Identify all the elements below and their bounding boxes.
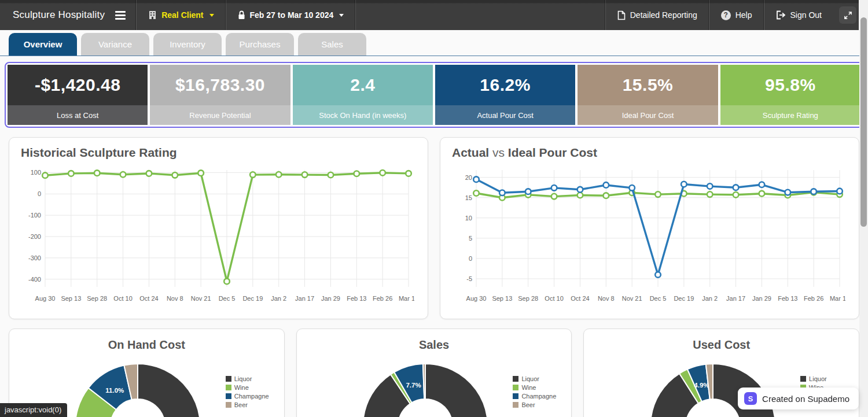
date-range-text: Feb 27 to Mar 10 2024 xyxy=(250,10,334,20)
kpi-label: Stock On Hand (in weeks) xyxy=(293,105,433,125)
chart-legend: LiquorWineChampagneBeer xyxy=(226,375,269,410)
svg-text:Dec 19: Dec 19 xyxy=(242,295,263,302)
kpi-revenue-potential[interactable]: $16,783.30 Revenue Potential xyxy=(150,65,290,125)
kpi-label: Actual Pour Cost xyxy=(435,105,575,125)
navbar-divider xyxy=(355,0,356,30)
legend-label: Wine xyxy=(521,384,536,391)
legend-item-champagne[interactable]: Champagne xyxy=(226,393,269,400)
building-icon xyxy=(148,10,157,20)
scrollbar-track[interactable] xyxy=(859,0,868,417)
kpi-value: 2.4 xyxy=(293,65,433,105)
svg-text:Nov 21: Nov 21 xyxy=(622,295,642,302)
fullscreen-button[interactable] xyxy=(839,6,856,24)
expand-arrows-icon xyxy=(844,11,852,20)
legend-swatch xyxy=(513,385,518,390)
svg-text:0: 0 xyxy=(469,255,472,262)
kpi-value: 95.8% xyxy=(720,65,860,105)
svg-text:Jan 2: Jan 2 xyxy=(271,295,286,302)
svg-text:Sep 13: Sep 13 xyxy=(492,295,512,302)
kpi-value: -$1,420.48 xyxy=(8,65,148,105)
svg-text:-100: -100 xyxy=(28,212,41,219)
date-range-selector[interactable]: Feb 27 to Mar 10 2024 xyxy=(226,0,356,30)
legend-swatch xyxy=(226,402,231,408)
svg-text:Feb 26: Feb 26 xyxy=(804,295,823,302)
svg-text:Mar 10: Mar 10 xyxy=(399,295,414,302)
svg-text:-300: -300 xyxy=(28,254,41,261)
client-selector[interactable]: Real Client xyxy=(137,0,225,30)
help-label: Help xyxy=(735,10,752,20)
svg-text:0: 0 xyxy=(38,190,41,197)
kpi-stock-on-hand[interactable]: 2.4 Stock On Hand (in weeks) xyxy=(293,65,433,125)
svg-text:Jan 17: Jan 17 xyxy=(295,295,314,302)
help-icon: ? xyxy=(721,10,731,20)
app-title: Sculpture Hospitality xyxy=(0,0,113,30)
legend-item-liquor[interactable]: Liquor xyxy=(513,375,556,382)
legend-item-beer[interactable]: Beer xyxy=(513,401,556,408)
kpi-value: 15.5% xyxy=(578,65,718,105)
legend-item-liquor[interactable]: Liquor xyxy=(800,375,844,382)
svg-text:Jan 2: Jan 2 xyxy=(702,295,718,302)
svg-text:Dec 5: Dec 5 xyxy=(219,295,236,302)
sign-out-icon xyxy=(776,10,786,20)
legend-swatch xyxy=(513,393,518,399)
kpi-ideal-pour-cost[interactable]: 15.5% Ideal Pour Cost xyxy=(578,65,718,125)
legend-item-wine[interactable]: Wine xyxy=(513,384,556,391)
tab-purchases[interactable]: Purchases xyxy=(226,33,294,56)
client-name: Real Client xyxy=(161,10,203,20)
kpi-label: Ideal Pour Cost xyxy=(578,105,718,125)
sales-card: Sales 7.7% LiquorWineChampagneBeer xyxy=(296,329,572,417)
svg-text:Aug 30: Aug 30 xyxy=(35,295,56,302)
svg-text:-5: -5 xyxy=(466,275,472,282)
legend-item-wine[interactable]: Wine xyxy=(226,384,269,391)
tab-variance[interactable]: Variance xyxy=(81,33,149,56)
svg-text:Nov 21: Nov 21 xyxy=(191,295,211,302)
legend-item-liquor[interactable]: Liquor xyxy=(226,375,269,382)
svg-text:Feb 13: Feb 13 xyxy=(347,295,366,302)
scrollbar-thumb[interactable] xyxy=(860,17,867,227)
legend-label: Champagne xyxy=(234,393,269,400)
svg-text:10: 10 xyxy=(465,215,472,222)
svg-text:100: 100 xyxy=(31,169,41,176)
svg-text:15: 15 xyxy=(465,194,472,201)
actual-vs-ideal-pour-cost-chart: Aug 30Sep 13Sep 28Oct 10Oct 24Nov 8Nov 2… xyxy=(452,162,845,308)
chevron-down-icon xyxy=(209,14,214,17)
svg-text:Jan 29: Jan 29 xyxy=(321,295,340,302)
kpi-summary-row[interactable]: -$1,420.48 Loss at Cost $16,783.30 Reven… xyxy=(5,62,863,128)
legend-label: Beer xyxy=(521,401,535,408)
legend-item-beer[interactable]: Beer xyxy=(226,401,269,408)
legend-label: Champagne xyxy=(521,393,556,400)
svg-text:Sep 28: Sep 28 xyxy=(518,295,538,302)
kpi-actual-pour-cost[interactable]: 16.2% Actual Pour Cost xyxy=(435,65,575,125)
legend-swatch xyxy=(226,393,231,399)
sign-out-label: Sign Out xyxy=(790,10,822,20)
tab-sales[interactable]: Sales xyxy=(298,33,366,56)
detailed-reporting-button[interactable]: Detailed Reporting xyxy=(606,0,709,30)
chart-title: Sales xyxy=(305,338,564,352)
svg-text:11.0%: 11.0% xyxy=(106,387,124,394)
sign-out-button[interactable]: Sign Out xyxy=(764,0,833,30)
svg-text:Aug 30: Aug 30 xyxy=(466,295,487,302)
menu-icon[interactable] xyxy=(113,0,136,30)
legend-swatch xyxy=(513,402,518,408)
svg-text:Sep 28: Sep 28 xyxy=(87,295,107,302)
browser-status-bar: javascript:void(0) xyxy=(0,403,67,417)
kpi-loss-at-cost[interactable]: -$1,420.48 Loss at Cost xyxy=(8,65,148,125)
svg-text:Nov 8: Nov 8 xyxy=(167,295,183,302)
legend-label: Liquor xyxy=(234,375,252,382)
svg-text:5: 5 xyxy=(469,235,472,242)
chart-title: Used Cost xyxy=(592,338,851,352)
legend-label: Liquor xyxy=(809,375,827,382)
help-button[interactable]: ? Help xyxy=(709,0,764,30)
svg-text:Feb 26: Feb 26 xyxy=(373,295,392,302)
kpi-value: $16,783.30 xyxy=(150,65,290,105)
tab-inventory[interactable]: Inventory xyxy=(153,33,222,56)
tab-overview[interactable]: Overview xyxy=(9,33,77,56)
legend-label: Beer xyxy=(234,401,248,408)
svg-text:Sep 13: Sep 13 xyxy=(61,295,81,302)
chart-title: On Hand Cost xyxy=(17,338,276,352)
legend-item-champagne[interactable]: Champagne xyxy=(513,393,556,400)
kpi-sculpture-rating[interactable]: 95.8% Sculpture Rating xyxy=(720,65,860,125)
svg-text:Feb 13: Feb 13 xyxy=(778,295,797,302)
kpi-label: Loss at Cost xyxy=(8,105,148,125)
supademo-badge[interactable]: S Created on Supademo xyxy=(738,388,859,409)
